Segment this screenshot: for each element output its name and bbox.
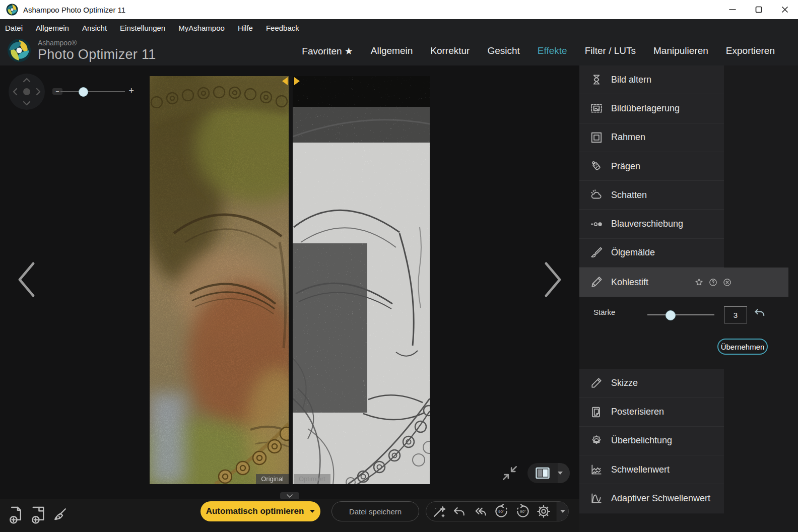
window-controls bbox=[719, 0, 798, 19]
header: Datei Allgemein Ansicht Einstellungen My… bbox=[0, 19, 798, 65]
app-window: Ashampoo Photo Optimizer 11 Datei Allgem… bbox=[0, 0, 798, 532]
emboss-icon bbox=[588, 160, 605, 173]
strength-label: Stärke bbox=[593, 308, 615, 316]
effect-item-rahmen[interactable]: Rahmen bbox=[579, 123, 724, 152]
cloud-shadow-icon bbox=[588, 188, 605, 202]
effect-item-uberbelichtung[interactable]: Überbelichtung bbox=[579, 427, 724, 455]
effect-parameters: Stärke 3 Übernehmen bbox=[579, 297, 798, 369]
tab-filter-luts[interactable]: Filter / LUTs bbox=[585, 45, 636, 56]
effect-item-pragen[interactable]: Prägen bbox=[579, 152, 724, 181]
tab-exportieren[interactable]: Exportieren bbox=[726, 45, 775, 56]
brand: Ashampoo® Photo Optimizer 11 bbox=[7, 38, 156, 62]
magic-wand-icon[interactable] bbox=[432, 504, 447, 519]
image-preview: Original bbox=[150, 76, 430, 484]
rotate-left-icon[interactable]: 90° bbox=[493, 503, 509, 519]
close-button[interactable] bbox=[772, 0, 798, 19]
previous-image-button[interactable] bbox=[15, 260, 37, 299]
chevron-down-icon bbox=[558, 472, 563, 475]
effect-item-adaptiver-schwellenwert[interactable]: Adaptiver Schwellenwert bbox=[579, 484, 724, 513]
pan-control[interactable] bbox=[9, 74, 45, 110]
menubar: Datei Allgemein Ansicht Einstellungen My… bbox=[5, 19, 299, 36]
fit-to-view-button[interactable] bbox=[500, 463, 519, 483]
brand-company: Ashampoo® bbox=[38, 39, 156, 47]
titlebar: Ashampoo Photo Optimizer 11 bbox=[0, 0, 798, 19]
menu-item-allgemein[interactable]: Allgemein bbox=[36, 24, 69, 32]
remove-effect-icon[interactable] bbox=[722, 278, 732, 287]
adaptive-threshold-icon bbox=[588, 492, 605, 505]
effect-actions bbox=[694, 278, 732, 287]
tab-effekte[interactable]: Effekte bbox=[538, 45, 567, 56]
split-handle-right-icon[interactable] bbox=[294, 77, 300, 85]
svg-text:90°: 90° bbox=[519, 509, 525, 514]
menu-item-feedback[interactable]: Feedback bbox=[266, 24, 299, 32]
effect-item-skizze[interactable]: Skizze bbox=[579, 369, 724, 397]
split-view-icon bbox=[527, 467, 558, 480]
favorite-star-icon[interactable] bbox=[694, 278, 704, 287]
menu-item-ansicht[interactable]: Ansicht bbox=[82, 24, 107, 32]
frame-icon bbox=[588, 131, 605, 144]
auto-optimize-button[interactable]: Automatisch optimieren bbox=[201, 501, 320, 521]
menu-item-hilfe[interactable]: Hilfe bbox=[238, 24, 253, 32]
clear-list-button[interactable] bbox=[50, 507, 68, 524]
effect-item-posterisieren[interactable]: Posterisieren bbox=[579, 397, 724, 426]
rotate-right-icon[interactable]: 90° bbox=[515, 503, 531, 519]
dots-icon bbox=[588, 218, 605, 231]
tab-manipulieren[interactable]: Manipulieren bbox=[653, 45, 708, 56]
effect-item-kohlestift-selected[interactable]: Kohlestift bbox=[579, 268, 788, 297]
tab-korrektur[interactable]: Korrektur bbox=[430, 45, 470, 56]
original-image[interactable]: Original bbox=[150, 76, 289, 484]
zoom-slider-track[interactable] bbox=[60, 91, 125, 92]
overexposure-icon bbox=[588, 434, 605, 447]
toolbar-dropdown[interactable] bbox=[557, 502, 568, 521]
menu-item-myashampoo[interactable]: MyAshampoo bbox=[178, 24, 225, 32]
split-divider[interactable] bbox=[289, 76, 293, 484]
split-view-toggle[interactable] bbox=[527, 463, 570, 483]
window-title: Ashampoo Photo Optimizer 11 bbox=[23, 6, 125, 14]
strength-slider-knob[interactable] bbox=[666, 310, 676, 320]
optimized-image[interactable]: Optimiert bbox=[293, 76, 430, 484]
zoom-slider-knob[interactable] bbox=[79, 87, 88, 97]
hourglass-icon bbox=[588, 73, 605, 86]
reset-icon[interactable] bbox=[753, 307, 766, 320]
undo-all-icon[interactable] bbox=[473, 504, 488, 519]
add-file-button[interactable] bbox=[7, 506, 25, 525]
menu-item-datei[interactable]: Datei bbox=[5, 24, 23, 32]
effect-item-blauverschiebung[interactable]: Blauverschiebung bbox=[579, 210, 724, 238]
menu-item-einstellungen[interactable]: Einstellungen bbox=[120, 24, 165, 32]
effects-sidebar: Bild altern Bildüberlagerung Rahmen bbox=[579, 65, 798, 532]
split-handle-left-icon[interactable] bbox=[282, 77, 288, 85]
save-file-label: Datei speichern bbox=[349, 507, 402, 516]
charcoal-pencil-icon bbox=[588, 276, 605, 289]
effect-item-schwellenwert[interactable]: Schwellenwert bbox=[579, 455, 724, 484]
zoom-slider: − + bbox=[52, 87, 134, 97]
settings-gear-icon[interactable] bbox=[536, 504, 551, 519]
auto-optimize-label: Automatisch optimieren bbox=[206, 506, 304, 516]
help-icon[interactable] bbox=[708, 278, 718, 287]
split-view-dropdown[interactable] bbox=[558, 463, 570, 483]
maximize-button[interactable] bbox=[746, 0, 772, 19]
pencil-icon bbox=[588, 376, 605, 389]
effect-item-olgemalde[interactable]: Ölgemälde bbox=[579, 239, 724, 268]
effect-item-schatten[interactable]: Schatten bbox=[579, 181, 724, 210]
app-logo-icon bbox=[6, 4, 18, 16]
tab-favoriten[interactable]: Favoriten ★ bbox=[302, 45, 353, 57]
quick-toolbar: 90° 90° bbox=[426, 501, 569, 521]
tab-allgemein[interactable]: Allgemein bbox=[371, 45, 413, 56]
tab-gesicht[interactable]: Gesicht bbox=[487, 45, 519, 56]
strength-value-field[interactable]: 3 bbox=[724, 306, 747, 323]
optimized-label: Optimiert bbox=[294, 474, 330, 484]
undo-icon[interactable] bbox=[452, 504, 467, 519]
save-file-button[interactable]: Datei speichern bbox=[331, 501, 419, 521]
svg-text:90°: 90° bbox=[498, 509, 504, 514]
filmstrip-collapse-button[interactable] bbox=[280, 492, 299, 499]
next-image-button[interactable] bbox=[542, 260, 564, 299]
zoom-in-button[interactable]: + bbox=[128, 86, 134, 96]
effect-item-bild-altern[interactable]: Bild altern bbox=[579, 65, 724, 94]
effect-item-bilduberlagerung[interactable]: Bildüberlagerung bbox=[579, 94, 724, 123]
apply-button[interactable]: Übernehmen bbox=[717, 339, 768, 355]
chevron-down-icon bbox=[310, 510, 315, 513]
strength-slider-track[interactable] bbox=[647, 314, 714, 315]
posterize-icon bbox=[588, 406, 605, 419]
minimize-button[interactable] bbox=[719, 0, 746, 19]
add-folder-button[interactable] bbox=[29, 506, 47, 525]
